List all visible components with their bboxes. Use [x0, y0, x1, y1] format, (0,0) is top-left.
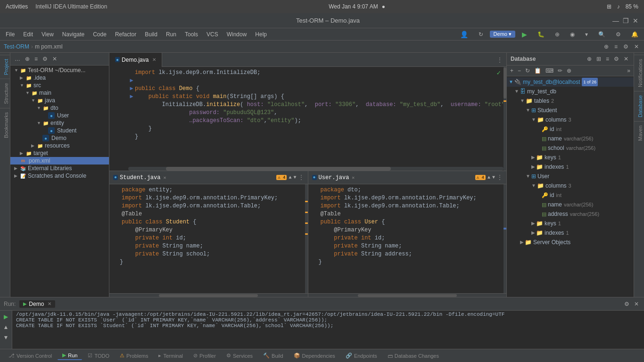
menu-help[interactable]: Help — [251, 30, 271, 39]
tree-item-demo[interactable]: ▶ ● Demo — [10, 134, 109, 142]
db-icon-close[interactable]: ✕ — [622, 55, 630, 63]
db-connection-item[interactable]: ▼ 🔌 my_test_db@localhost 1 of 26 — [507, 77, 634, 87]
menu-window[interactable]: Window — [223, 30, 251, 39]
user-tab-label[interactable]: User.java — [319, 174, 349, 181]
tab-demo-java[interactable]: ● Demo.java ✕ — [109, 53, 162, 67]
toolbar-icon-close[interactable]: ✕ — [633, 42, 640, 51]
run-close-icon[interactable]: ✕ — [633, 300, 640, 308]
db-user-id-col[interactable]: ▶ 🔑 id int — [507, 190, 634, 200]
user-more[interactable]: ⋮ — [497, 174, 503, 181]
editor-more-icon[interactable]: ⋮ — [497, 57, 503, 63]
db-tool-refresh[interactable]: ↻ — [524, 66, 531, 75]
db-tables-folder[interactable]: ▼ 📁 tables 2 — [507, 96, 634, 106]
bottom-tab-problems[interactable]: ⚠ Problems — [115, 352, 153, 360]
profile-button[interactable]: ◉ — [566, 30, 578, 39]
menu-view[interactable]: View — [38, 30, 58, 39]
menu-tools[interactable]: Tools — [181, 30, 202, 39]
menu-edit[interactable]: Edit — [19, 30, 37, 39]
toolbar-icon-settings[interactable]: ⚙ — [622, 42, 630, 51]
toolbar-profile-icon[interactable]: 👤 — [456, 30, 472, 39]
menu-vcs[interactable]: VCS — [203, 30, 222, 39]
db-icon-refresh[interactable]: ⊞ — [595, 55, 603, 63]
debug-button[interactable]: 🐛 — [534, 30, 548, 39]
vtab-notifications[interactable]: Notifications — [634, 55, 644, 91]
maximize-button[interactable]: ❐ — [623, 17, 629, 25]
search-everywhere-icon[interactable]: 🔍 — [594, 30, 609, 39]
run-settings-icon[interactable]: ⚙ — [623, 300, 631, 308]
db-icon-settings[interactable]: ⚙ — [612, 55, 620, 63]
db-icon-add[interactable]: ⊕ — [586, 55, 593, 63]
menu-refactor[interactable]: Refactor — [111, 30, 140, 39]
db-server-objects-folder[interactable]: ▶ 📁 Server Objects — [507, 238, 634, 247]
user-nav-up[interactable]: ▲ — [487, 175, 490, 180]
bottom-tab-services[interactable]: ⚙ Services — [222, 352, 257, 360]
vtab-maven[interactable]: Maven — [634, 121, 644, 145]
breadcrumb-project[interactable]: Test-ORM — [4, 43, 29, 50]
activities-label[interactable]: Activities — [6, 3, 28, 10]
sidebar-icon-globalize[interactable]: ⊕ — [24, 55, 31, 63]
run-tab-close[interactable]: ✕ — [48, 301, 51, 306]
bottom-tab-build[interactable]: 🔨 Build — [258, 352, 288, 360]
menu-code[interactable]: Code — [89, 30, 110, 39]
db-tool-more[interactable]: » — [626, 66, 632, 75]
user-tab-close[interactable]: ✕ — [352, 175, 355, 181]
bottom-tab-endpoints[interactable]: 🔗 Endpoints — [341, 352, 382, 360]
notification-icon[interactable]: 🔔 — [627, 30, 642, 39]
tab-demo-close[interactable]: ✕ — [152, 57, 156, 62]
vtab-database[interactable]: Database — [634, 91, 644, 121]
tree-item-user-dto[interactable]: ▶ ● User — [10, 112, 109, 119]
db-tool-schema[interactable]: 📋 — [533, 66, 543, 75]
coverage-button[interactable]: ⊕ — [551, 30, 563, 39]
tree-item-scratches[interactable]: ▶ 📝 Scratches and Console — [10, 172, 109, 180]
run-play-icon[interactable]: ▶ — [3, 313, 9, 321]
db-user-table[interactable]: ▼ ⊞ User — [507, 172, 634, 181]
tree-item-pom[interactable]: ▶ m pom.xml — [10, 157, 109, 165]
user-nav-down[interactable]: ▼ — [492, 175, 495, 180]
student-tab-close[interactable]: ✕ — [163, 175, 166, 181]
user-hscroll[interactable] — [308, 293, 507, 297]
window-controls[interactable]: — ❐ ✕ — [612, 17, 638, 25]
student-more[interactable]: ⋮ — [298, 174, 304, 181]
tree-item-entity[interactable]: ▼ 📁 entity — [10, 119, 109, 127]
db-user-cols-folder[interactable]: ▼ 📁 columns 3 — [507, 181, 634, 190]
db-user-indexes-folder[interactable]: ▶ 📁 indexes 1 — [507, 228, 634, 238]
toolbar-icon-expand[interactable]: ⊕ — [603, 42, 610, 51]
bottom-tab-db-changes[interactable]: 🗃 Database Changes — [383, 352, 444, 360]
db-schema-item[interactable]: ▼ 🗄 my_test_db — [507, 87, 634, 96]
bottom-tab-dependencies[interactable]: 📦 Dependencies — [289, 352, 340, 360]
minimize-button[interactable]: — — [612, 17, 619, 25]
menu-file[interactable]: File — [2, 30, 18, 39]
db-user-address-col[interactable]: ▶ ▤ address varchar(256) — [507, 209, 634, 219]
db-icon-collapse[interactable]: ≡ — [604, 55, 611, 63]
run-button[interactable]: ▶ — [518, 30, 531, 39]
run-config-label[interactable]: Demo ▾ — [490, 31, 515, 38]
db-student-id-col[interactable]: ▶ 🔑 id int — [507, 124, 634, 134]
menu-build[interactable]: Build — [141, 30, 161, 39]
horizontal-scrollbar[interactable] — [128, 167, 504, 171]
student-nav-up[interactable]: ▲ — [289, 175, 291, 180]
db-tool-copy[interactable]: ⊕ — [565, 66, 573, 75]
sidebar-icon-settings[interactable]: ⚙ — [41, 55, 49, 63]
tree-item-src[interactable]: ▼ 📁 src — [10, 82, 109, 89]
bottom-tab-todo[interactable]: ☑ TODO — [83, 352, 114, 360]
display-icon[interactable]: ⊞ — [607, 3, 611, 10]
db-user-keys-folder[interactable]: ▶ 📁 keys 1 — [507, 219, 634, 228]
toolbar-icon-collapse[interactable]: ≡ — [613, 42, 619, 51]
db-tool-add[interactable]: + — [509, 66, 515, 75]
run-scroll-up-icon[interactable]: ▲ — [2, 323, 10, 331]
vertical-mini-scrollbar[interactable] — [504, 67, 506, 171]
db-student-table[interactable]: ▼ ⊞ Student — [507, 106, 634, 115]
tree-item-main[interactable]: ▼ 📁 main — [10, 89, 109, 97]
student-nav-down[interactable]: ▼ — [293, 175, 296, 180]
sidebar-icon-collapse[interactable]: ≡ — [33, 55, 39, 63]
run-scroll-down-icon[interactable]: ▼ — [2, 333, 10, 342]
bottom-tab-terminal[interactable]: ▸ Terminal — [154, 352, 188, 360]
db-user-name-col[interactable]: ▶ ▤ name varchar(256) — [507, 200, 634, 209]
tree-item-target[interactable]: ▶ 📁 target — [10, 149, 109, 157]
db-student-name-col[interactable]: ▶ ▤ name varchar(256) — [507, 134, 634, 143]
tree-item-student[interactable]: ▶ ● Student — [10, 127, 109, 134]
db-tool-console[interactable]: ⌨ — [544, 66, 555, 75]
sidebar-icon-close[interactable]: ✕ — [51, 55, 58, 63]
menu-navigate[interactable]: Navigate — [58, 30, 88, 39]
user-mini-scroll[interactable] — [504, 184, 506, 293]
